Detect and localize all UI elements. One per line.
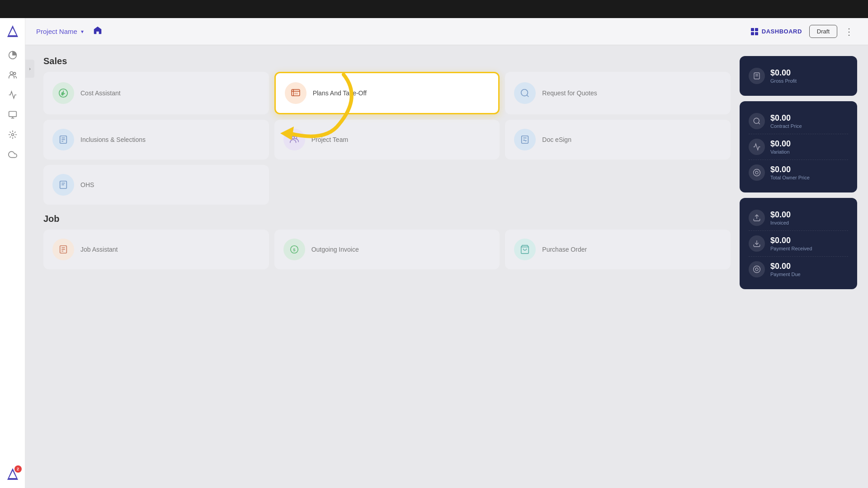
job-section: Job [43, 214, 731, 269]
project-selector[interactable]: Project Name ▾ [36, 28, 84, 35]
svg-point-23 [294, 136, 297, 139]
contract-price-icon [749, 113, 765, 129]
card-cost-assistant[interactable]: $ Cost Assistant [43, 72, 269, 114]
svg-text:$: $ [293, 248, 295, 252]
gross-profit-card: $0.00 Gross Profit [740, 56, 857, 96]
payment-received-label: Payment Received [770, 246, 812, 251]
invoiced-row: $0.00 Invoiced [749, 205, 848, 230]
doc-esign-icon [514, 129, 536, 150]
total-owner-amount: $0.00 [770, 165, 810, 174]
variation-label: Variation [770, 149, 791, 155]
contract-price-amount: $0.00 [770, 113, 802, 123]
sales-title: Sales [43, 56, 731, 66]
variation-row: $0.00 Variation [749, 134, 848, 160]
notification-badge: 2 [14, 465, 22, 473]
draft-button[interactable]: Draft [809, 25, 837, 38]
job-assistant-icon [52, 239, 74, 260]
payment-due-amount: $0.00 [770, 262, 801, 271]
svg-point-46 [755, 268, 758, 271]
purchase-order-icon [514, 239, 536, 260]
svg-point-42 [755, 171, 758, 174]
svg-point-8 [11, 134, 14, 136]
svg-point-39 [754, 118, 759, 123]
purchase-order-label: Purchase Order [542, 246, 587, 253]
card-job-assistant[interactable]: Job Assistant [43, 230, 269, 269]
card-project-team[interactable]: Project Team [274, 120, 500, 160]
header-right: Draft ⋮ [809, 24, 857, 39]
inclusions-icon [52, 129, 74, 150]
middle-stats-card: $0.00 Contract Price $0.00 [740, 101, 857, 192]
svg-rect-24 [522, 136, 528, 144]
chevron-down-icon: ▾ [81, 28, 84, 35]
plans-takeoff-label: Plans And Take-Off [313, 89, 367, 97]
outgoing-invoice-label: Outgoing Invoice [311, 246, 359, 253]
card-purchase-order[interactable]: Purchase Order [505, 230, 731, 269]
svg-point-22 [292, 136, 294, 139]
svg-point-45 [754, 266, 760, 273]
gross-profit-icon [749, 68, 765, 84]
outgoing-invoice-icon: $ [283, 239, 305, 260]
ohs-label: OHS [80, 181, 94, 188]
notification-icon[interactable]: 2 [5, 466, 21, 483]
request-quotes-icon [514, 82, 536, 104]
project-team-icon [283, 129, 305, 150]
card-plans-takeoff[interactable]: Plans And Take-Off [274, 72, 500, 114]
total-owner-label: Total Owner Price [770, 175, 810, 180]
job-title: Job [43, 214, 731, 224]
sidebar-icon-monitor[interactable] [5, 107, 21, 123]
invoiced-amount: $0.00 [770, 210, 791, 220]
dashboard-grid-icon [751, 28, 758, 35]
more-options-button[interactable]: ⋮ [841, 24, 857, 39]
bottom-stats-card: $0.00 Invoiced [740, 198, 857, 289]
sidebar-icon-cloud[interactable] [5, 146, 21, 163]
payment-due-row: $0.00 Payment Due [749, 256, 848, 282]
inclusions-label: Inclusions & Selections [80, 136, 146, 143]
card-doc-esign[interactable]: Doc eSign [505, 120, 731, 160]
svg-rect-15 [294, 93, 298, 94]
contract-price-label: Contract Price [770, 123, 802, 129]
svg-point-16 [521, 89, 528, 96]
gross-profit-amount: $0.00 [770, 68, 797, 78]
variation-amount: $0.00 [770, 139, 791, 149]
svg-point-41 [754, 169, 760, 176]
svg-point-4 [13, 72, 15, 75]
doc-esign-label: Doc eSign [542, 136, 571, 143]
project-team-label: Project Team [311, 136, 348, 143]
sidebar-icon-users[interactable] [5, 67, 21, 83]
dashboard-label: DASHBOARD [751, 28, 802, 35]
cards-area: Sales $ [34, 56, 731, 477]
payment-due-label: Payment Due [770, 272, 801, 277]
home-icon[interactable] [93, 25, 103, 38]
payment-received-amount: $0.00 [770, 236, 812, 245]
sidebar-icon-analytics[interactable] [5, 47, 21, 63]
request-quotes-label: Request for Quotes [542, 89, 597, 97]
cost-assistant-label: Cost Assistant [80, 89, 121, 97]
plans-takeoff-icon [285, 82, 307, 104]
total-owner-price-row: $0.00 Total Owner Price [749, 160, 848, 185]
card-inclusions-selections[interactable]: Inclusions & Selections [43, 120, 269, 160]
payment-received-icon [749, 235, 765, 252]
svg-line-40 [758, 122, 760, 124]
sidebar-icon-charts[interactable] [5, 87, 21, 103]
app-logo[interactable] [5, 23, 21, 40]
card-outgoing-invoice[interactable]: $ Outgoing Invoice [274, 230, 500, 269]
invoiced-label: Invoiced [770, 220, 791, 225]
left-sidebar: 2 [0, 18, 25, 488]
variation-icon [749, 139, 765, 155]
sidebar-toggle: › [25, 56, 34, 477]
invoiced-icon [749, 210, 765, 226]
card-ohs[interactable]: OHS [43, 165, 269, 205]
svg-rect-5 [9, 112, 16, 117]
sidebar-icon-settings[interactable] [5, 127, 21, 143]
job-assistant-label: Job Assistant [80, 246, 118, 253]
contract-price-row: $0.00 Contract Price [749, 108, 848, 134]
svg-text:$: $ [61, 92, 63, 96]
header: Project Name ▾ DASHBOARD Draft ⋮ [25, 18, 868, 45]
payment-due-icon [749, 261, 765, 277]
collapse-button[interactable]: › [25, 60, 34, 78]
gross-profit-label: Gross Profit [770, 78, 797, 84]
stats-panel: $0.00 Gross Profit [740, 56, 857, 477]
payment-received-row: $0.00 Payment Received [749, 230, 848, 256]
sales-section: Sales $ [43, 56, 731, 205]
card-request-quotes[interactable]: Request for Quotes [505, 72, 731, 114]
